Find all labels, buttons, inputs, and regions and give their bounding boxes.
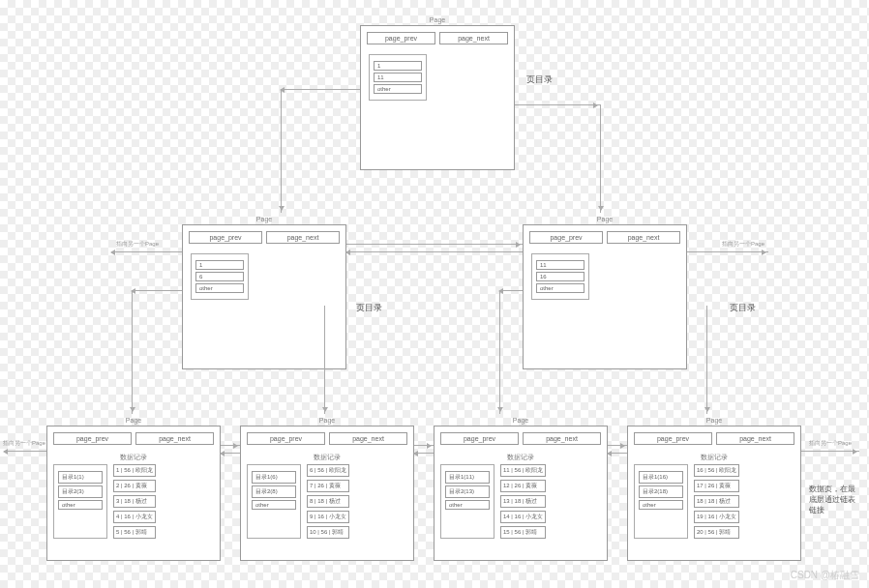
dir-item: 1 xyxy=(195,260,244,270)
root-page: Page page_prev page_next 1 11 other xyxy=(360,25,515,170)
page-prev: page_prev xyxy=(634,432,712,445)
link-arrow xyxy=(221,453,240,454)
page-prev: page_prev xyxy=(367,32,435,44)
page-next: page_next xyxy=(266,231,340,244)
dir-item: 目录2(8) xyxy=(252,485,296,498)
record: 12 | 26 | 黄薇 xyxy=(500,480,546,492)
link-arrow xyxy=(346,244,523,245)
dir-label: 页目录 xyxy=(356,302,382,314)
page-prev: page_prev xyxy=(189,231,262,244)
page-next: page_next xyxy=(716,432,794,445)
records-label: 数据记录 xyxy=(241,451,413,464)
page-prev: page_prev xyxy=(529,231,603,244)
dir-item: 目录1(1) xyxy=(58,471,103,484)
edge-label: 指向另一个Page xyxy=(722,240,764,249)
mid-dir: 11 16 other xyxy=(531,253,589,300)
record: 11 | 56 | 欧阳龙 xyxy=(500,464,546,477)
arrow-h xyxy=(132,290,182,291)
records-label: 数据记录 xyxy=(47,451,220,464)
arrow-h xyxy=(515,104,600,105)
page-label: Page xyxy=(597,216,613,222)
record: 6 | 56 | 欧阳龙 xyxy=(307,464,349,477)
record: 2 | 26 | 黄薇 xyxy=(113,480,156,492)
link-arrow xyxy=(414,445,434,446)
page-prev: page_prev xyxy=(247,432,325,445)
link-arrow xyxy=(608,445,627,446)
page-prev: page_prev xyxy=(53,432,132,445)
page-next: page_next xyxy=(523,432,601,445)
leaf-page-2: Page page_prev page_next 数据记录 目录1(11) 目录… xyxy=(434,426,608,561)
record: 4 | 16 | 小龙女 xyxy=(113,511,156,523)
dir-item: 11 xyxy=(374,73,422,82)
leaf-dir: 目录1(11) 目录2(13) other xyxy=(440,464,494,539)
watermark: CSDN @椿融雪 xyxy=(791,569,859,582)
edge-label: 指向另一个Page xyxy=(809,439,852,448)
mid-page-1: Page page_prev page_next 11 16 other xyxy=(523,224,687,369)
record: 7 | 26 | 黄薇 xyxy=(307,480,349,492)
record: 8 | 18 | 杨过 xyxy=(307,495,349,508)
dir-item: other xyxy=(195,283,244,293)
page-label: Page xyxy=(319,417,335,424)
dir-item: 1 xyxy=(374,61,422,71)
leaf-page-1: Page page_prev page_next 数据记录 目录1(6) 目录2… xyxy=(240,426,414,561)
arrow-down xyxy=(600,104,601,213)
dir-item: other xyxy=(374,84,422,94)
arrow-down xyxy=(132,290,133,414)
page-next: page_next xyxy=(607,231,680,244)
arrow-h xyxy=(499,290,523,291)
mid-dir: 1 6 other xyxy=(191,253,249,300)
edge-arrow xyxy=(111,251,182,252)
record: 5 | 56 | 郭靖 xyxy=(113,526,156,539)
record-list: 11 | 56 | 欧阳龙 12 | 26 | 黄薇 13 | 18 | 杨过 … xyxy=(500,464,546,539)
arrow-down xyxy=(324,306,325,414)
root-dir: 1 11 other xyxy=(369,54,427,101)
side-note: 数据页，在最底层通过链表链接 xyxy=(809,484,861,516)
page-label: Page xyxy=(706,417,722,424)
dir-item: other xyxy=(445,500,490,510)
mid-page-0: Page page_prev page_next 1 6 other xyxy=(182,224,346,369)
page-next: page_next xyxy=(439,32,508,44)
page-prev: page_prev xyxy=(440,432,519,445)
dir-item: 目录2(18) xyxy=(639,485,683,498)
page-label: Page xyxy=(126,417,141,424)
dir-item: 6 xyxy=(195,272,244,281)
dir-item: other xyxy=(536,283,584,293)
dir-item: other xyxy=(639,500,683,510)
page-next: page_next xyxy=(329,432,407,445)
record: 3 | 18 | 杨过 xyxy=(113,495,156,508)
link-arrow xyxy=(608,453,627,454)
dir-item: 16 xyxy=(536,272,584,281)
record: 18 | 18 | 杨过 xyxy=(694,495,739,508)
dir-label: 页目录 xyxy=(730,302,756,314)
record-list: 16 | 56 | 欧阳龙 17 | 26 | 黄薇 18 | 18 | 杨过 … xyxy=(694,464,739,539)
arrow-h xyxy=(281,89,360,90)
record: 14 | 16 | 小龙女 xyxy=(500,511,546,523)
arrow-down xyxy=(706,306,707,414)
page-label: Page xyxy=(430,16,445,23)
record: 20 | 56 | 郭靖 xyxy=(694,526,739,539)
link-arrow xyxy=(346,251,523,252)
edge-label: 指向另一个Page xyxy=(116,240,159,249)
edge-arrow xyxy=(4,451,46,452)
records-label: 数据记录 xyxy=(434,451,607,464)
page-label: Page xyxy=(513,417,528,424)
record: 19 | 16 | 小龙女 xyxy=(694,511,739,523)
dir-item: 11 xyxy=(536,260,584,270)
record: 13 | 18 | 杨过 xyxy=(500,495,546,508)
record: 10 | 56 | 郭靖 xyxy=(307,526,349,539)
record: 15 | 56 | 郭靖 xyxy=(500,526,546,539)
page-next: page_next xyxy=(135,432,214,445)
record: 9 | 16 | 小龙女 xyxy=(307,511,349,523)
dir-item: other xyxy=(58,500,103,510)
leaf-dir: 目录1(1) 目录2(3) other xyxy=(53,464,107,539)
link-arrow xyxy=(221,445,240,446)
leaf-dir: 目录1(6) 目录2(8) other xyxy=(247,464,301,539)
dir-item: 目录2(3) xyxy=(58,485,103,498)
dir-item: other xyxy=(252,500,296,510)
leaf-page-0: Page page_prev page_next 数据记录 目录1(1) 目录2… xyxy=(46,426,221,561)
record: 1 | 56 | 欧阳龙 xyxy=(113,464,156,477)
edge-label: 指向另一个Page xyxy=(3,439,45,448)
leaf-page-3: Page page_prev page_next 数据记录 目录1(16) 目录… xyxy=(627,426,801,561)
leaf-dir: 目录1(16) 目录2(18) other xyxy=(634,464,688,539)
arrow-down xyxy=(499,290,500,414)
